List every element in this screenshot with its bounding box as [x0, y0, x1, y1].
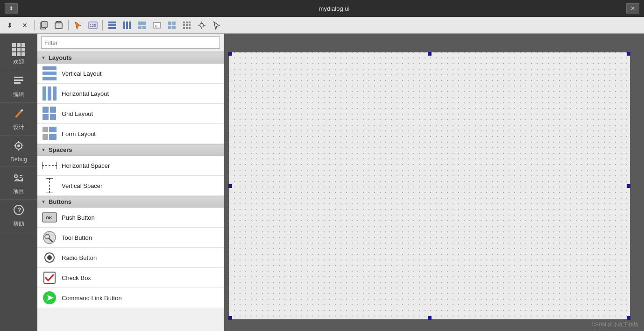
- svg-rect-9: [108, 27, 116, 29]
- svg-rect-3: [55, 23, 62, 29]
- list-item[interactable]: Vertical Spacer: [37, 176, 224, 196]
- toolbar-label[interactable]: 123: [86, 19, 100, 32]
- svg-rect-19: [172, 22, 176, 25]
- svg-rect-37: [14, 77, 23, 78]
- svg-rect-29: [186, 27, 188, 29]
- title-bar: ⬍ mydialog.ui ✕: [0, 0, 644, 17]
- welcome-icon: [12, 43, 25, 56]
- toolbar-sep-3: [102, 20, 103, 30]
- handle-middle-left[interactable]: [228, 184, 232, 188]
- list-item[interactable]: Tool Button: [37, 228, 224, 248]
- svg-rect-39: [14, 82, 21, 84]
- handle-bottom-right[interactable]: [627, 316, 630, 320]
- design-label: 设计: [13, 123, 24, 131]
- toolbar-grid-layout[interactable]: [165, 19, 179, 32]
- svg-point-77: [47, 255, 52, 260]
- handle-middle-right[interactable]: [627, 184, 630, 188]
- sidebar-item-edit[interactable]: 编辑: [0, 70, 37, 103]
- toolbar-paste-layout[interactable]: [52, 19, 66, 32]
- svg-point-46: [14, 175, 17, 178]
- filter-bar: [37, 34, 224, 52]
- svg-marker-36: [214, 22, 219, 29]
- sidebar-item-project[interactable]: 项目: [0, 167, 37, 200]
- svg-rect-63: [42, 134, 48, 140]
- toolbar-copy-layout[interactable]: [37, 19, 51, 32]
- filter-input[interactable]: [41, 36, 220, 49]
- svg-rect-7: [108, 22, 116, 23]
- debug-label: Debug: [10, 156, 27, 163]
- svg-rect-59: [42, 114, 49, 120]
- svg-rect-18: [168, 22, 171, 25]
- toolbar-vertical-layout[interactable]: [105, 19, 119, 32]
- vertical-layout-icon: [42, 66, 57, 81]
- svg-rect-15: [142, 26, 146, 29]
- svg-rect-20: [168, 26, 171, 29]
- title-bar-arrow[interactable]: ⬍: [5, 3, 18, 14]
- list-item[interactable]: Horizontal Layout: [37, 84, 224, 104]
- svg-rect-14: [138, 26, 142, 29]
- widget-panel: ▼ Layouts Vertical Layout Horizontal Lay…: [37, 34, 224, 331]
- design-icon: [13, 108, 24, 122]
- list-item[interactable]: Form Layout: [37, 124, 224, 144]
- canvas-area: CSDN @小玖工作坊: [224, 34, 644, 331]
- layouts-section-header[interactable]: ▼ Layouts: [37, 52, 224, 64]
- toolbar-settings[interactable]: [195, 19, 209, 32]
- main-area: 欢迎 编辑 设计 Debug 项目 ?: [0, 34, 644, 331]
- tool-button-label: Tool Button: [62, 234, 92, 241]
- list-item[interactable]: Horizontal Spacer: [37, 156, 224, 176]
- vertical-layout-label: Vertical Layout: [62, 70, 101, 77]
- toolbar: ⬍ ✕ 123 T|: [0, 17, 644, 34]
- toolbar-grid-layout2[interactable]: [180, 19, 194, 32]
- handle-top-middle[interactable]: [428, 52, 432, 56]
- svg-rect-24: [189, 22, 191, 23]
- push-button-label: Push Button: [62, 214, 95, 221]
- handle-bottom-middle[interactable]: [428, 316, 432, 320]
- help-icon: ?: [13, 204, 24, 218]
- form-layout-icon: [42, 126, 57, 141]
- horizontal-layout-label: Horizontal Layout: [62, 90, 109, 97]
- toolbar-close-btn[interactable]: ✕: [18, 19, 32, 32]
- list-item[interactable]: Radio Button: [37, 248, 224, 268]
- grid-layout-icon: [42, 106, 57, 121]
- svg-point-31: [200, 23, 204, 27]
- toolbar-arrow-btn[interactable]: ⬍: [3, 19, 17, 32]
- toolbar-input-widget[interactable]: T|: [150, 19, 164, 32]
- svg-rect-26: [186, 24, 188, 26]
- toolbar-cursor[interactable]: [71, 19, 85, 32]
- command-link-button-label: Command Link Button: [62, 295, 122, 302]
- list-item[interactable]: Check Box: [37, 268, 224, 288]
- buttons-section-header[interactable]: ▼ Buttons: [37, 196, 224, 208]
- spacers-section-header[interactable]: ▼ Spacers: [37, 144, 224, 156]
- svg-rect-11: [126, 22, 128, 29]
- handle-bottom-left[interactable]: [228, 316, 232, 320]
- svg-rect-58: [50, 107, 56, 113]
- toolbar-horizontal-layout[interactable]: [120, 19, 134, 32]
- list-item[interactable]: OK Push Button: [37, 208, 224, 228]
- svg-rect-38: [14, 79, 23, 81]
- sidebar-item-debug[interactable]: Debug: [0, 136, 37, 167]
- title-bar-controls: ✕: [626, 3, 639, 14]
- svg-rect-57: [42, 107, 49, 113]
- tool-button-icon: [42, 230, 57, 245]
- svg-rect-53: [42, 77, 57, 80]
- list-item[interactable]: Vertical Layout: [37, 64, 224, 84]
- project-icon: [13, 172, 24, 186]
- svg-rect-61: [42, 127, 48, 132]
- list-item[interactable]: Command Link Button: [37, 288, 224, 308]
- title-bar-close[interactable]: ✕: [626, 3, 639, 14]
- svg-rect-28: [183, 27, 185, 29]
- edit-icon: [13, 75, 24, 89]
- toolbar-sep-1: [34, 20, 35, 30]
- sidebar-item-design[interactable]: 设计: [0, 103, 37, 136]
- sidebar-item-help[interactable]: ? 帮助: [0, 200, 37, 232]
- handle-top-left[interactable]: [228, 52, 232, 56]
- toolbar-grid-h[interactable]: [135, 19, 149, 32]
- sidebar-item-welcome[interactable]: 欢迎: [0, 38, 37, 70]
- welcome-label: 欢迎: [13, 58, 24, 66]
- toolbar-pointer[interactable]: [210, 19, 224, 32]
- widget-list: ▼ Layouts Vertical Layout Horizontal Lay…: [37, 52, 224, 331]
- canvas-form[interactable]: [229, 52, 630, 319]
- svg-rect-23: [186, 22, 188, 23]
- handle-top-right[interactable]: [627, 52, 630, 56]
- list-item[interactable]: Grid Layout: [37, 104, 224, 124]
